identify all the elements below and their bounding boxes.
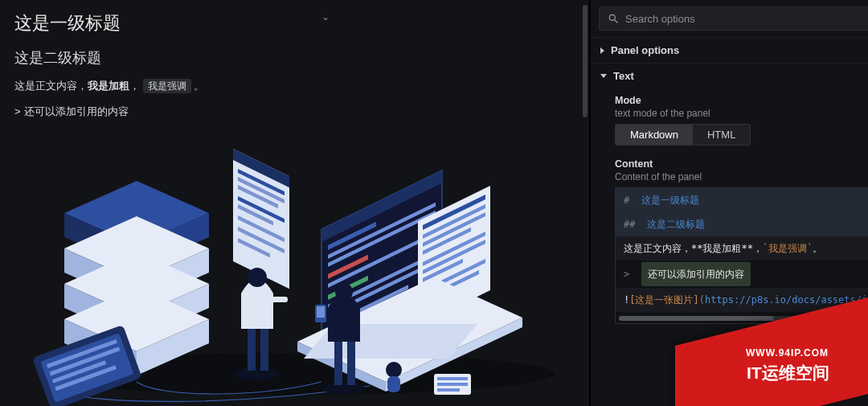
preview-body-prefix: 这是正文内容， [14,80,88,92]
svg-marker-8 [64,284,137,340]
search-icon [608,13,619,24]
svg-marker-4 [64,216,209,281]
svg-rect-16 [49,347,120,375]
svg-rect-29 [321,170,442,350]
svg-point-63 [335,283,353,301]
editor-scrollbar-thumb[interactable] [619,316,774,321]
panel-menu-chevron-icon[interactable]: ⌄ [321,11,330,23]
svg-rect-25 [238,204,273,225]
svg-rect-45 [423,228,471,255]
svg-rect-44 [423,212,485,247]
watermark-line1: WWW.94IP.COM [746,347,829,359]
svg-marker-3 [137,213,209,269]
svg-marker-51 [297,277,522,382]
svg-rect-38 [328,266,424,318]
mode-label: Mode [615,95,868,106]
svg-rect-31 [328,222,376,250]
svg-rect-22 [238,177,285,203]
preview-scrollbar[interactable] [583,5,588,117]
chevron-right-icon [600,47,604,54]
svg-rect-26 [238,215,285,242]
svg-rect-48 [423,259,463,282]
svg-rect-35 [328,232,436,288]
svg-marker-9 [137,284,209,340]
search-container [591,0,868,37]
svg-marker-5 [64,248,137,305]
svg-rect-14 [40,333,133,402]
svg-rect-21 [238,169,285,195]
svg-point-58 [248,268,267,287]
section-text-body: Mode text mode of the panel Markdown HTM… [591,88,868,334]
watermark-line2: IT运维空间 [747,362,829,384]
svg-rect-70 [437,377,468,380]
content-desc: Content of the panel [615,171,868,182]
svg-rect-17 [52,360,106,383]
svg-rect-24 [238,196,285,223]
preview-quote-text: 还可以添加引用的内容 [24,105,129,117]
svg-rect-36 [328,276,368,300]
code-line-4: > 还可以添加引用的内容 [616,260,868,288]
section-text[interactable]: Text [591,63,868,88]
svg-rect-18 [55,365,117,391]
content-editor[interactable]: # 这是一级标题 ## 这是二级标题 这是正文内容，**我是加粗**，`我是强调… [615,187,868,324]
mode-option-markdown[interactable]: Markdown [616,125,693,145]
svg-rect-39 [328,285,408,328]
svg-rect-33 [328,211,436,267]
svg-rect-71 [437,383,468,386]
svg-point-67 [386,362,402,378]
svg-rect-43 [423,204,485,239]
svg-rect-30 [321,170,442,242]
svg-rect-23 [238,185,278,208]
svg-marker-1 [64,181,209,245]
svg-rect-61 [334,338,342,385]
preview-body-suffix: 。 [191,80,205,92]
code-line-3: 这是正文内容，**我是加粗**，`我是强调`。 [616,236,868,260]
svg-point-73 [609,14,615,20]
search-field[interactable] [599,6,868,31]
svg-marker-12 [137,319,209,375]
svg-point-60 [323,382,365,395]
svg-rect-32 [328,203,436,259]
svg-marker-2 [64,213,137,269]
chevron-down-icon [600,74,607,78]
preview-body-code: 我是强调 [143,79,191,93]
code-line-1: # 这是一级标题 [616,188,868,212]
search-input[interactable] [625,13,868,25]
section-panel-options[interactable]: Panel options [591,37,868,63]
svg-rect-15 [47,339,117,368]
svg-rect-13 [32,325,142,406]
svg-rect-42 [423,195,485,230]
svg-point-0 [40,353,555,395]
svg-point-55 [235,367,280,380]
svg-rect-57 [260,326,268,371]
svg-line-74 [615,20,618,23]
content-label: Content [615,158,868,170]
svg-rect-56 [248,326,256,371]
svg-rect-65 [315,305,326,322]
svg-marker-52 [297,342,386,392]
section-label-panel-options: Panel options [611,44,679,56]
svg-rect-46 [423,232,485,266]
svg-rect-49 [423,259,485,293]
svg-rect-59 [270,297,288,302]
svg-marker-11 [64,319,137,375]
section-label-text: Text [613,70,634,82]
svg-rect-19 [233,149,289,289]
preview-body-bold: 我是加粗 [88,80,129,92]
svg-rect-34 [328,255,368,279]
svg-rect-66 [317,306,325,318]
svg-rect-69 [434,374,471,395]
svg-marker-53 [386,318,522,392]
preview-content: 这是一级标题 这是二级标题 这是正文内容，我是加粗， 我是强调 。 >还可以添加… [0,0,589,119]
svg-rect-28 [238,238,270,258]
mode-option-html[interactable]: HTML [693,125,750,145]
illustration-image [0,117,590,406]
svg-rect-50 [423,270,479,301]
preview-h1: 这是一级标题 [14,11,575,35]
preview-quote: >还可以添加引用的内容 [14,105,575,119]
svg-rect-47 [423,240,485,274]
svg-rect-64 [328,311,344,317]
svg-marker-10 [64,287,209,351]
svg-rect-72 [437,388,460,392]
mode-desc: text mode of the panel [615,108,868,119]
